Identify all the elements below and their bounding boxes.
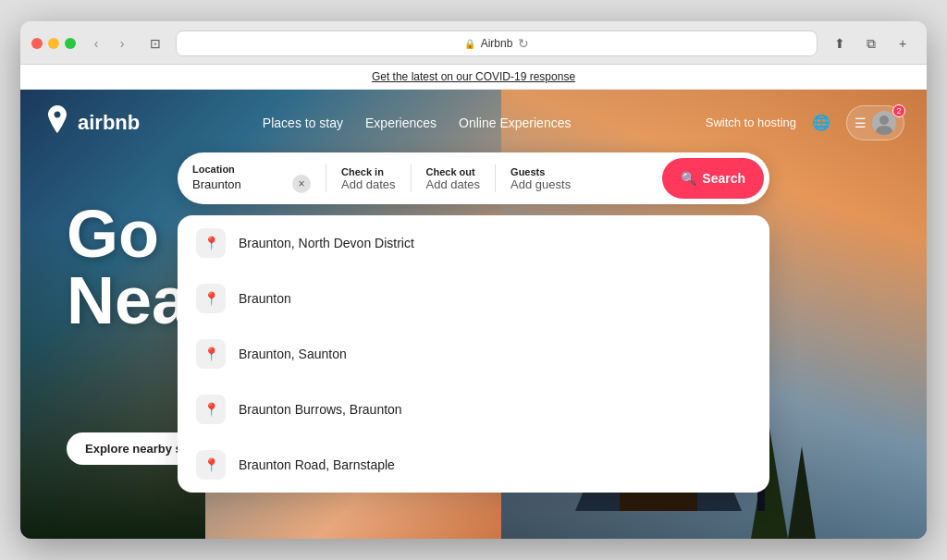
close-button[interactable] [31, 38, 43, 49]
autocomplete-item-1[interactable]: 📍 Braunton [178, 271, 769, 326]
autocomplete-text-4: Braunton Road, Barnstaple [239, 457, 395, 472]
tab-bar: ⊡ 🔒 Airbnb ↻ [142, 30, 818, 56]
guests-label: Guests [510, 166, 642, 177]
autocomplete-item-3[interactable]: 📍 Braunton Burrows, Braunton [178, 382, 769, 437]
search-button[interactable]: 🔍 Search [662, 158, 764, 199]
nav-experiences[interactable]: Experiences [365, 116, 437, 130]
location-input[interactable] [192, 177, 285, 191]
autocomplete-dropdown: 📍 Braunton, North Devon District 📍 Braun… [178, 215, 769, 493]
guests-value: Add guests [510, 177, 642, 191]
browser-window: ‹ › ⊡ 🔒 Airbnb ↻ ⬆ ⧉ + Get the latest on… [20, 21, 927, 539]
checkin-label: Check in [341, 166, 396, 177]
hero-line-1: Go [67, 201, 189, 267]
location-pin-icon-4: 📍 [196, 450, 226, 480]
svg-point-0 [879, 116, 889, 125]
search-icon: 🔍 [681, 171, 696, 186]
main-content: airbnb Places to stay Experiences Online… [20, 90, 927, 539]
hero-line-2: Nea [67, 267, 189, 334]
minimize-button[interactable] [48, 38, 59, 49]
location-pin-icon-1: 📍 [196, 284, 226, 313]
checkin-value: Add dates [341, 177, 396, 191]
airbnb-logo[interactable]: airbnb [43, 104, 140, 140]
search-bar: Location × Check in Add dates Check out [178, 152, 769, 204]
refresh-button[interactable]: ↻ [518, 36, 529, 51]
location-label: Location [192, 164, 311, 175]
checkout-field[interactable]: Check out Add dates [412, 159, 496, 199]
checkin-field[interactable]: Check in Add dates [326, 159, 411, 199]
hamburger-icon: ☰ [855, 116, 867, 130]
airbnb-header: airbnb Places to stay Experiences Online… [20, 90, 927, 155]
checkout-value: Add dates [426, 177, 481, 191]
user-menu-button[interactable]: ☰ 2 [846, 105, 904, 140]
autocomplete-item-0[interactable]: 📍 Braunton, North Devon District [178, 215, 769, 271]
autocomplete-text-1: Braunton [239, 291, 291, 306]
location-pin-icon-2: 📍 [196, 339, 226, 369]
checkout-label: Check out [426, 166, 481, 177]
covid-banner: Get the latest on our COVID-19 response [20, 65, 927, 90]
notification-badge: 2 [892, 104, 905, 117]
autocomplete-text-2: Braunton, Saunton [239, 347, 347, 361]
location-field[interactable]: Location × [178, 156, 326, 201]
autocomplete-item-2[interactable]: 📍 Braunton, Saunton [178, 326, 769, 382]
autocomplete-text-3: Braunton Burrows, Braunton [239, 402, 402, 417]
language-button[interactable]: 🌐 [807, 109, 835, 137]
location-pin-icon-3: 📍 [196, 395, 226, 424]
browser-chrome: ‹ › ⊡ 🔒 Airbnb ↻ ⬆ ⧉ + [20, 21, 927, 65]
autocomplete-item-4[interactable]: 📍 Braunton Road, Barnstaple [178, 437, 769, 493]
back-button[interactable]: ‹ [85, 32, 107, 55]
nav-places-to-stay[interactable]: Places to stay [263, 116, 343, 130]
location-pin-icon-0: 📍 [196, 228, 226, 258]
svg-point-1 [876, 126, 892, 135]
autocomplete-text-0: Braunton, North Devon District [239, 236, 414, 250]
nav-online-experiences[interactable]: Online Experiences [459, 116, 571, 130]
tab-overview-button[interactable]: ⧉ [858, 30, 884, 56]
url-text: Airbnb [481, 37, 513, 50]
lock-icon: 🔒 [464, 39, 475, 49]
search-button-label: Search [702, 171, 745, 186]
nav-buttons: ‹ › [85, 32, 133, 55]
main-nav: Places to stay Experiences Online Experi… [207, 116, 572, 130]
search-bar-container: Location × Check in Add dates Check out [178, 152, 769, 204]
clear-location-button[interactable]: × [292, 175, 311, 193]
airbnb-logo-text: airbnb [78, 111, 140, 135]
share-button[interactable]: ⬆ [827, 30, 853, 56]
covid-link[interactable]: Get the latest on our COVID-19 response [372, 70, 575, 83]
forward-button[interactable]: › [111, 32, 133, 55]
airbnb-logo-icon [43, 104, 72, 140]
address-bar[interactable]: 🔒 Airbnb ↻ [176, 30, 818, 56]
switch-hosting-link[interactable]: Switch to hosting [706, 116, 796, 129]
new-tab-button[interactable]: + [890, 30, 916, 56]
browser-actions: ⬆ ⧉ + [827, 30, 916, 56]
maximize-button[interactable] [65, 38, 76, 49]
guests-field[interactable]: Guests Add guests [496, 159, 657, 199]
header-actions: Switch to hosting 🌐 ☰ 2 [706, 105, 904, 140]
hero-text: Go Nea [67, 201, 189, 334]
traffic-lights [31, 38, 76, 49]
reader-view-button[interactable]: ⊡ [142, 30, 168, 56]
